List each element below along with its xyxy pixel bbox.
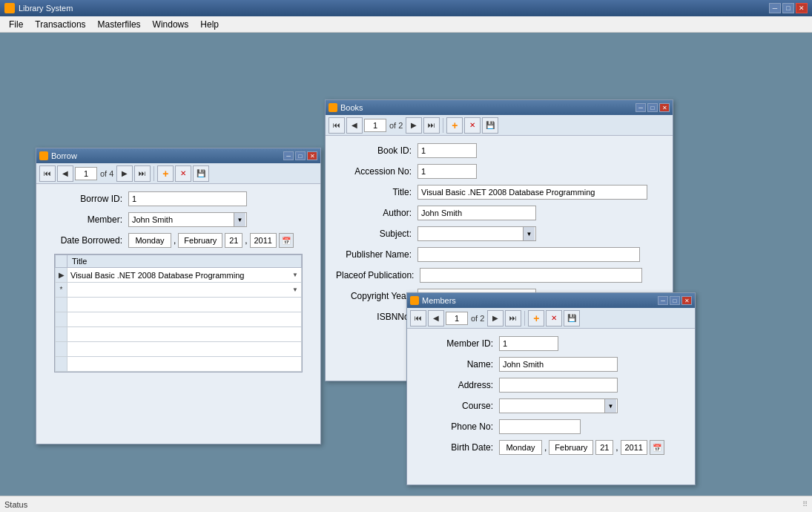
date-year-input[interactable]: [250, 233, 277, 248]
members-delete-btn[interactable]: ✕: [546, 310, 562, 326]
books-delete-btn[interactable]: ✕: [464, 117, 481, 134]
members-next-btn[interactable]: ▶: [487, 310, 504, 326]
borrow-save-btn[interactable]: 💾: [193, 165, 209, 182]
borrow-id-input[interactable]: [128, 191, 247, 206]
members-form: Member ID: Name: Address: Course: ▼: [407, 329, 695, 468]
accession-row: Accession No:: [336, 164, 662, 179]
menu-file[interactable]: File: [3, 18, 29, 31]
subject-select[interactable]: [417, 226, 536, 241]
borrow-add-btn[interactable]: +: [157, 165, 174, 182]
maximize-button[interactable]: □: [782, 3, 794, 13]
members-close-btn[interactable]: ✕: [681, 296, 692, 305]
title-label: Title:: [336, 187, 417, 197]
borrow-delete-btn[interactable]: ✕: [175, 165, 191, 182]
date-picker-icon[interactable]: 📅: [279, 233, 294, 248]
member-id-input[interactable]: [499, 336, 558, 351]
menu-masterfiles[interactable]: Masterfiles: [92, 18, 147, 31]
member-row: Member: John Smith ▼: [47, 212, 310, 227]
date-month-input[interactable]: [178, 233, 222, 248]
borrow-title-bar: Borrow ─ □ ✕: [36, 148, 320, 163]
borrow-toolbar-sep: [154, 166, 154, 181]
books-first-btn[interactable]: ⏮: [329, 117, 345, 134]
address-input[interactable]: [499, 378, 618, 393]
borrow-first-btn[interactable]: ⏮: [39, 165, 56, 182]
borrow-last-btn[interactable]: ⏭: [134, 165, 151, 182]
mdi-area: Borrow ─ □ ✕ ⏮ ◀ of 4 ▶ ⏭ + ✕ 💾 Borrow I…: [0, 33, 812, 496]
book-id-row: Book ID:: [336, 143, 662, 158]
books-next-btn[interactable]: ▶: [406, 117, 422, 134]
birth-daynum-input[interactable]: [595, 440, 613, 455]
row-indicator-header: [56, 255, 67, 268]
books-toolbar: ⏮ ◀ of 2 ▶ ⏭ + ✕ 💾: [326, 115, 673, 136]
borrow-next-btn[interactable]: ▶: [116, 165, 133, 182]
book-id-label: Book ID:: [336, 145, 417, 156]
members-save-btn[interactable]: 💾: [564, 310, 580, 326]
borrow-prev-btn[interactable]: ◀: [57, 165, 73, 182]
member-select[interactable]: John Smith: [128, 212, 247, 227]
subject-row: Subject: ▼: [336, 226, 662, 241]
book-id-input[interactable]: [417, 143, 477, 158]
books-maximize-btn[interactable]: □: [647, 103, 658, 112]
title-input[interactable]: [417, 185, 647, 200]
author-input[interactable]: [417, 206, 536, 220]
app-title-bar: Library System ─ □ ✕: [0, 0, 812, 16]
course-combo-wrapper: ▼: [499, 398, 618, 413]
borrow-nav-input[interactable]: [75, 167, 97, 180]
date-borrowed-label: Date Borrowed:: [47, 235, 128, 246]
publisher-label: Publisher Name:: [336, 249, 417, 260]
placeof-input[interactable]: [420, 268, 642, 283]
borrow-maximize-btn[interactable]: □: [295, 151, 306, 160]
birth-day-input[interactable]: [499, 440, 542, 455]
empty-cell: [67, 327, 302, 342]
members-maximize-btn[interactable]: □: [670, 296, 680, 305]
phone-input[interactable]: [499, 419, 581, 434]
cell-dropdown-arrow-1: ▼: [292, 272, 298, 278]
books-title-text: Books: [340, 103, 636, 112]
name-input[interactable]: [499, 357, 618, 372]
title-input-1[interactable]: [69, 271, 288, 280]
members-nav-input[interactable]: [446, 312, 468, 325]
accession-input[interactable]: [417, 164, 477, 179]
books-title-controls: ─ □ ✕: [636, 103, 670, 112]
books-save-btn[interactable]: 💾: [482, 117, 498, 134]
date-comma: ,: [174, 235, 176, 246]
minimize-button[interactable]: ─: [769, 3, 781, 13]
books-last-btn[interactable]: ⏭: [423, 117, 440, 134]
books-minimize-btn[interactable]: ─: [636, 103, 646, 112]
members-window-icon: [410, 296, 419, 305]
books-toolbar-sep: [443, 118, 443, 133]
borrow-title-controls: ─ □ ✕: [283, 151, 317, 160]
members-first-btn[interactable]: ⏮: [410, 310, 426, 326]
books-nav-input[interactable]: [364, 119, 386, 132]
date-day-input[interactable]: [128, 233, 171, 248]
members-title-controls: ─ □ ✕: [658, 296, 692, 305]
members-prev-btn[interactable]: ◀: [428, 310, 444, 326]
placeof-label: Placeof Publication:: [336, 270, 420, 280]
menu-bar: File Transactions Masterfiles Windows He…: [0, 16, 812, 33]
course-select[interactable]: [499, 398, 618, 413]
course-row: Course: ▼: [417, 398, 684, 413]
isbn-label: ISBNNo:: [336, 312, 417, 322]
menu-transactions[interactable]: Transactions: [29, 18, 91, 31]
birth-date-picker-icon[interactable]: 📅: [650, 440, 664, 455]
app-icon: [4, 3, 15, 13]
table-row-empty-4: [56, 342, 302, 357]
borrow-close-btn[interactable]: ✕: [307, 151, 317, 160]
members-minimize-btn[interactable]: ─: [658, 296, 668, 305]
birth-month-input[interactable]: [549, 440, 593, 455]
members-add-btn[interactable]: +: [528, 310, 544, 326]
date-daynum-input[interactable]: [225, 233, 242, 248]
title-input-2[interactable]: [69, 286, 288, 295]
menu-windows[interactable]: Windows: [147, 18, 195, 31]
close-button[interactable]: ✕: [796, 3, 808, 13]
publisher-input[interactable]: [417, 247, 640, 262]
books-add-btn[interactable]: +: [446, 117, 463, 134]
members-last-btn[interactable]: ⏭: [505, 310, 521, 326]
borrow-minimize-btn[interactable]: ─: [283, 151, 294, 160]
books-prev-btn[interactable]: ◀: [346, 117, 363, 134]
title-cell-wrapper-1: ▼: [69, 271, 300, 280]
books-close-btn[interactable]: ✕: [659, 103, 670, 112]
birth-year-input[interactable]: [621, 440, 647, 455]
menu-help[interactable]: Help: [194, 18, 225, 31]
status-grip: ⠿: [802, 500, 808, 508]
